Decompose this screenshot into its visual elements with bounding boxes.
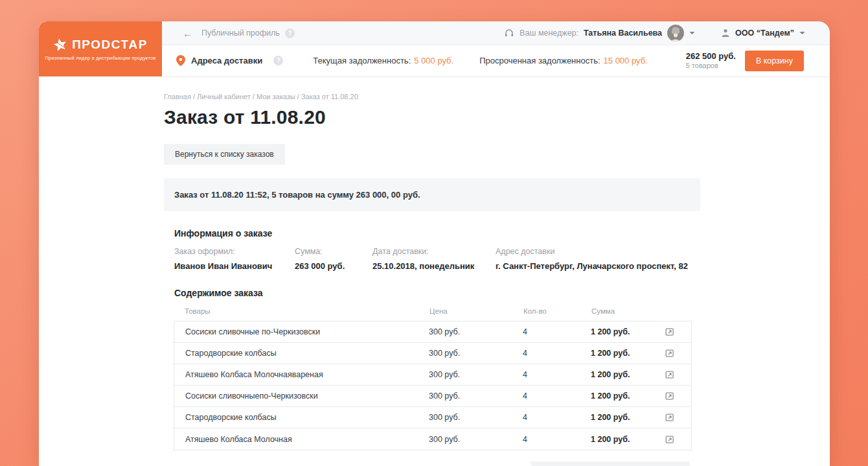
overdue-debt-value: 15 000 руб. — [604, 56, 648, 65]
cart-button[interactable]: В корзину — [745, 51, 804, 71]
open-in-new-icon — [665, 435, 674, 444]
item-price: 300 руб. — [429, 349, 523, 358]
cart-total: 262 500 руб. — [686, 51, 736, 62]
order-info-field: Дата доставки:25.10.2018, понедельник — [372, 247, 496, 271]
order-info-grid: Заказ оформил:Иванов Иван ИвановичСумма:… — [164, 247, 830, 271]
order-info-field: Сумма:263 000 руб. — [295, 247, 372, 271]
items-table-header: ТоварыЦенаКол-воСумма — [174, 307, 692, 321]
item-sum: 1 200 руб. — [591, 370, 664, 379]
item-name: Сосиски сливочныепо-Черкизовски — [185, 391, 429, 401]
item-quantity: 4 — [523, 391, 591, 401]
table-row: Стародворские колбасы300 руб.41 200 руб. — [174, 407, 691, 428]
company-switcher[interactable]: ООО “Тандем” — [721, 29, 805, 38]
open-product-button[interactable] — [664, 434, 676, 445]
open-product-button[interactable] — [664, 412, 676, 423]
order-info-label: Сумма: — [295, 247, 372, 256]
table-row: Атяшево Колбаса Молочнаявареная300 руб.4… — [174, 364, 691, 386]
item-actions — [664, 412, 691, 423]
order-info-value: 25.10.2018, понедельник — [372, 261, 496, 271]
item-name: Сосиски сливочные по-Черкизовски — [185, 327, 429, 336]
brand-logo[interactable]: ПРОDСТАР Признанный лидер в дистрибьюции… — [39, 21, 162, 76]
order-info-label: Дата доставки: — [372, 247, 496, 256]
item-quantity: 4 — [523, 327, 591, 336]
item-quantity: 4 — [523, 370, 591, 379]
delivery-addresses-link[interactable]: Адреса доставки ? — [176, 55, 283, 66]
table-row: Атяшево Колбаса Молочная300 руб.41 200 р… — [174, 428, 691, 450]
manager-widget[interactable]: Ваш менеджер: Татьяна Васильева — [504, 25, 695, 41]
subheader: Адреса доставки ? Текущая задолженность:… — [162, 45, 830, 76]
item-price: 300 руб. — [429, 391, 523, 401]
order-info-value: Иванов Иван Иванович — [174, 261, 295, 271]
open-in-new-icon — [665, 413, 674, 422]
item-actions — [664, 390, 691, 402]
headphones-icon — [504, 28, 514, 38]
current-debt: Текущая задолженность: 5 000 руб. — [313, 56, 453, 65]
chevron-down-icon — [799, 31, 805, 35]
overdue-debt-label: Просроченная задолженность: — [479, 56, 600, 65]
app-window: ПРОDСТАР Признанный лидер в дистрибьюции… — [39, 21, 830, 466]
map-pin-icon — [176, 55, 185, 66]
item-price: 300 руб. — [429, 370, 523, 379]
item-actions — [664, 347, 691, 359]
item-sum: 1 200 руб. — [591, 349, 664, 358]
item-name: Атяшево Колбаса Молочнаявареная — [185, 370, 429, 379]
column-header: Сумма — [591, 307, 665, 315]
help-icon[interactable]: ? — [285, 29, 295, 38]
open-in-new-icon — [665, 349, 674, 358]
company-name: ООО “Тандем” — [735, 29, 794, 38]
manager-name: Татьяна Васильева — [584, 29, 662, 38]
delivery-addresses-label: Адреса доставки — [191, 56, 262, 65]
overdue-debt: Просроченная задолженность: 15 000 руб. — [479, 56, 648, 65]
item-sum: 1 200 руб. — [591, 413, 664, 422]
chevron-down-icon[interactable] — [689, 31, 695, 35]
cart-summary: 262 500 руб. 5 товаров — [686, 51, 736, 71]
person-icon — [721, 29, 730, 38]
star-icon — [52, 36, 69, 52]
open-product-button[interactable] — [664, 369, 676, 380]
item-price: 300 руб. — [429, 413, 523, 422]
item-actions — [664, 434, 691, 445]
public-profile-link[interactable]: Публичный профиль — [201, 29, 280, 38]
order-info-value: 263 000 руб. — [295, 261, 372, 271]
brand-tagline: Признанный лидер в дистрибьюции продукто… — [45, 55, 155, 61]
order-summary-bar: Заказ от 11.08.20 11:52, 5 товаров на су… — [164, 178, 700, 211]
open-in-new-icon — [665, 391, 674, 401]
back-arrow-icon[interactable]: ← — [183, 28, 192, 39]
item-sum: 1 200 руб. — [591, 435, 664, 444]
brand-name: ПРОDСТАР — [72, 38, 148, 52]
topbar: ← Публичный профиль ? Ваш менеджер: Тать… — [162, 21, 830, 45]
item-actions — [664, 369, 691, 380]
column-header-actions — [665, 307, 692, 315]
items-table: Сосиски сливочные по-Черкизовски300 руб.… — [174, 321, 692, 450]
open-product-button[interactable] — [664, 326, 676, 338]
column-header: Кол-во — [523, 307, 591, 315]
help-icon[interactable]: ? — [273, 56, 283, 65]
table-row: Сосиски сливочныепо-Черкизовски300 руб.4… — [174, 386, 691, 407]
order-info-label: Заказ оформил: — [174, 247, 295, 256]
item-sum: 1 200 руб. — [591, 327, 664, 336]
order-info-field: Заказ оформил:Иванов Иван Иванович — [174, 247, 295, 271]
order-info-field: Адрес доставкиг. Санкт-Петербург, Лунача… — [496, 247, 830, 271]
current-debt-value: 5 000 руб. — [414, 56, 453, 65]
table-row: Сосиски сливочные по-Черкизовски300 руб.… — [174, 321, 691, 343]
breadcrumb[interactable]: Главная / Личный кабинет / Мои заказы / … — [164, 93, 830, 100]
item-price: 300 руб. — [429, 435, 523, 444]
column-header: Цена — [429, 307, 523, 315]
order-info-label: Адрес доставки — [496, 247, 830, 256]
manager-avatar — [667, 25, 684, 41]
order-info-heading: Информация о заказе — [164, 228, 830, 239]
page-title: Заказ от 11.08.20 — [164, 106, 830, 128]
open-in-new-icon — [665, 327, 674, 336]
back-to-orders-button[interactable]: Вернуться к списку заказов — [164, 144, 285, 165]
item-actions — [664, 326, 691, 338]
partial-bottom-button[interactable] — [531, 461, 690, 466]
open-in-new-icon — [665, 370, 674, 379]
table-row: Стародворские колбасы300 руб.41 200 руб. — [174, 343, 691, 364]
item-quantity: 4 — [523, 413, 591, 422]
open-product-button[interactable] — [664, 390, 676, 402]
manager-label: Ваш менеджер: — [520, 29, 578, 38]
item-quantity: 4 — [523, 349, 591, 358]
open-product-button[interactable] — [664, 347, 676, 359]
current-debt-label: Текущая задолженность: — [313, 56, 411, 65]
item-name: Атяшево Колбаса Молочная — [185, 435, 429, 444]
